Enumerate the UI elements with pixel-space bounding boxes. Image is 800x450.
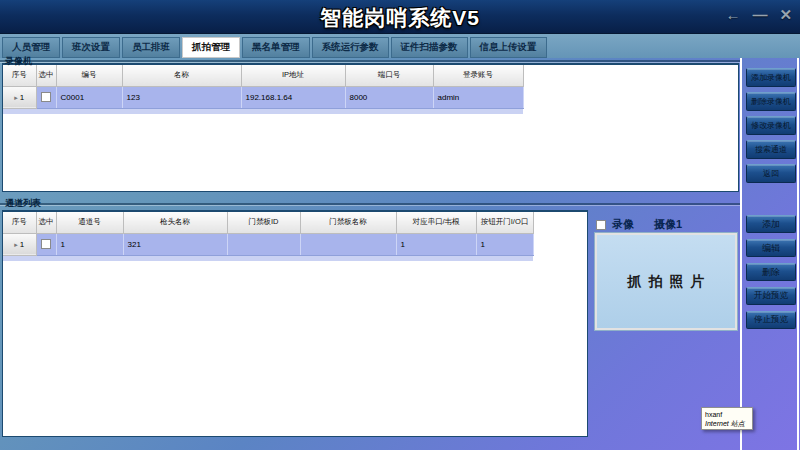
tab-shift-settings[interactable]: 班次设置 — [62, 37, 120, 58]
app-window: 智能岗哨系统V5 ← — ✕ 人员管理 班次设置 员工排班 抓拍管理 黑名单管理… — [0, 0, 800, 450]
col-port[interactable]: 端口号 — [345, 65, 433, 86]
col-camera-name[interactable]: 枪头名称 — [123, 212, 227, 233]
col-code[interactable]: 编号 — [56, 65, 122, 86]
new-row-strip — [3, 256, 533, 261]
add-button[interactable]: 添加 — [746, 215, 796, 233]
table-row[interactable]: ▸1 C0001 123 192.168.1.64 8000 admin — [3, 86, 523, 108]
delete-recorder-button[interactable]: 删除录像机 — [746, 92, 796, 111]
tab-info-upload-settings[interactable]: 信息上传设置 — [470, 37, 547, 58]
row-select-cell — [36, 233, 56, 255]
channel-group-label: 通道列表 — [5, 197, 41, 210]
tooltip-line2: Internet 站点 — [705, 419, 749, 428]
cell-door-io: 1 — [476, 233, 533, 255]
cell-code: C0001 — [56, 86, 122, 108]
tooltip: hxanf Internet 站点 — [701, 407, 753, 430]
tab-id-scan-params[interactable]: 证件扫描参数 — [391, 37, 468, 58]
table-row[interactable]: ▸1 1 321 1 1 — [3, 233, 533, 255]
record-label: 录像 — [612, 217, 634, 232]
channel-table-header: 序号 选中 通道号 枪头名称 门禁板ID 门禁板名称 对应串口/韦根 按钮开门I… — [3, 212, 533, 233]
recorder-group-label: 录像机 — [5, 55, 32, 68]
tab-staff-scheduling[interactable]: 员工排班 — [122, 37, 180, 58]
tab-bar: 人员管理 班次设置 员工排班 抓拍管理 黑名单管理 系统运行参数 证件扫描参数 … — [0, 34, 800, 58]
recorder-group-line — [0, 60, 740, 62]
tooltip-line1: hxanf — [705, 410, 749, 419]
capture-photo-box: 抓拍照片 — [595, 233, 737, 330]
cell-login: admin — [433, 86, 523, 108]
row-header: ▸1 — [3, 233, 36, 255]
cell-ip: 192.168.1.64 — [241, 86, 345, 108]
cell-channel-no: 1 — [56, 233, 123, 255]
record-option: 录像 — [596, 217, 634, 232]
row-header: ▸1 — [3, 86, 36, 108]
cell-name: 123 — [122, 86, 241, 108]
recorder-table-panel: 序号 选中 编号 名称 IP地址 端口号 登录账号 ▸1 C0001 123 1… — [2, 63, 739, 192]
stop-preview-button[interactable]: 停止预览 — [746, 311, 796, 329]
tab-system-run-params[interactable]: 系统运行参数 — [312, 37, 389, 58]
tab-capture-management[interactable]: 抓拍管理 — [182, 37, 240, 58]
divider-left — [740, 58, 742, 450]
app-title: 智能岗哨系统V5 — [0, 4, 800, 32]
return-button[interactable]: 返回 — [746, 164, 796, 183]
divider-right — [797, 58, 799, 450]
new-row-strip — [3, 109, 523, 114]
tab-blacklist-management[interactable]: 黑名单管理 — [242, 37, 310, 58]
col-door-io[interactable]: 按钮开门I/O口 — [476, 212, 533, 233]
add-recorder-button[interactable]: 添加录像机 — [746, 68, 796, 87]
window-controls: ← — ✕ — [725, 6, 792, 24]
recorder-table-header: 序号 选中 编号 名称 IP地址 端口号 登录账号 — [3, 65, 523, 86]
cell-door-board-id — [227, 233, 300, 255]
col-serial-wiegand[interactable]: 对应串口/韦根 — [396, 212, 476, 233]
cell-serial-wiegand: 1 — [396, 233, 476, 255]
channel-table: 序号 选中 通道号 枪头名称 门禁板ID 门禁板名称 对应串口/韦根 按钮开门I… — [3, 212, 534, 256]
delete-button[interactable]: 删除 — [746, 263, 796, 281]
col-name[interactable]: 名称 — [122, 65, 241, 86]
minimize-icon[interactable]: — — [752, 6, 767, 24]
row-checkbox[interactable] — [41, 92, 51, 102]
cell-camera-name: 321 — [123, 233, 227, 255]
edit-button[interactable]: 编辑 — [746, 239, 796, 257]
col-door-board-name[interactable]: 门禁板名称 — [300, 212, 396, 233]
back-icon[interactable]: ← — [725, 6, 740, 24]
camera-name-label: 摄像1 — [654, 217, 682, 232]
col-seq[interactable]: 序号 — [3, 212, 36, 233]
start-preview-button[interactable]: 开始预览 — [746, 287, 796, 305]
row-select-cell — [36, 86, 56, 108]
modify-recorder-button[interactable]: 修改录像机 — [746, 116, 796, 135]
col-seq[interactable]: 序号 — [3, 65, 36, 86]
col-channel-no[interactable]: 通道号 — [56, 212, 123, 233]
cell-door-board-name — [300, 233, 396, 255]
col-ip[interactable]: IP地址 — [241, 65, 345, 86]
channel-table-panel: 序号 选中 通道号 枪头名称 门禁板ID 门禁板名称 对应串口/韦根 按钮开门I… — [2, 210, 588, 437]
close-icon[interactable]: ✕ — [779, 6, 792, 24]
row-marker-icon: ▸ — [14, 94, 18, 101]
col-selected[interactable]: 选中 — [36, 212, 56, 233]
row-marker-icon: ▸ — [14, 241, 18, 248]
recorder-table: 序号 选中 编号 名称 IP地址 端口号 登录账号 ▸1 C0001 123 1… — [3, 65, 524, 109]
col-login[interactable]: 登录账号 — [433, 65, 523, 86]
record-checkbox[interactable] — [596, 220, 606, 230]
row-checkbox[interactable] — [41, 239, 51, 249]
col-door-board-id[interactable]: 门禁板ID — [227, 212, 300, 233]
col-selected[interactable]: 选中 — [36, 65, 56, 86]
capture-photo-placeholder: 抓拍照片 — [621, 273, 712, 291]
camera-preview-panel: 录像 摄像1 抓拍照片 — [592, 210, 738, 437]
title-bar: 智能岗哨系统V5 ← — ✕ — [0, 0, 800, 34]
channel-group-line — [0, 203, 740, 205]
search-channels-button[interactable]: 搜索通道 — [746, 140, 796, 159]
cell-port: 8000 — [345, 86, 433, 108]
